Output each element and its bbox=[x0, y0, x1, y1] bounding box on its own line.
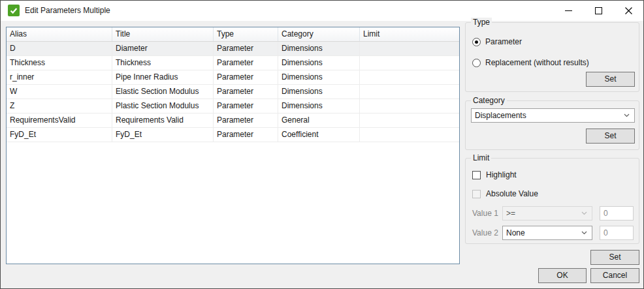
value2-input bbox=[600, 226, 634, 240]
cell-type: Parameter bbox=[214, 56, 278, 70]
value1-operator-value: >= bbox=[503, 209, 581, 218]
window-controls bbox=[553, 1, 643, 21]
cell-type: Parameter bbox=[214, 85, 278, 99]
cell-limit bbox=[360, 99, 459, 113]
maximize-button[interactable] bbox=[583, 1, 613, 21]
category-group-label: Category bbox=[471, 96, 507, 106]
column-header-category[interactable]: Category bbox=[278, 27, 360, 41]
table-row[interactable]: WElastic Section ModulusParameterDimensi… bbox=[7, 85, 459, 99]
absolute-value-checkbox-row: Absolute Value bbox=[472, 189, 538, 198]
radio-replacement-icon bbox=[472, 59, 481, 67]
category-dropdown[interactable]: Displacements bbox=[471, 108, 635, 123]
radio-replacement-label: Replacement (without results) bbox=[485, 58, 589, 67]
cell-type: Parameter bbox=[214, 70, 278, 84]
cell-alias: r_inner bbox=[7, 70, 112, 84]
radio-option-parameter[interactable]: Parameter bbox=[472, 37, 522, 47]
cell-title: FyD_Et bbox=[112, 128, 214, 142]
chevron-down-icon bbox=[581, 231, 587, 235]
absolute-value-label: Absolute Value bbox=[486, 189, 538, 198]
cell-category: Dimensions bbox=[278, 70, 360, 84]
close-button[interactable] bbox=[613, 1, 643, 21]
table-row[interactable]: DDiameterParameterDimensions bbox=[7, 42, 459, 56]
table-body: DDiameterParameterDimensionsThicknessThi… bbox=[7, 42, 459, 142]
table-row[interactable]: r_innerPipe Inner RadiusParameterDimensi… bbox=[7, 70, 459, 85]
type-group-label: Type bbox=[471, 18, 492, 27]
cell-alias: Z bbox=[7, 99, 112, 113]
table-row[interactable]: RequirementsValidRequirements ValidParam… bbox=[7, 114, 459, 128]
radio-parameter-label: Parameter bbox=[485, 37, 522, 46]
cell-title: Requirements Valid bbox=[112, 114, 214, 127]
chevron-down-icon bbox=[581, 211, 587, 215]
type-group: Type Parameter Replacement (without resu… bbox=[465, 22, 639, 92]
highlight-checkbox bbox=[472, 171, 481, 179]
cell-category: General bbox=[278, 114, 360, 127]
value1-label: Value 1 bbox=[472, 206, 498, 221]
highlight-label: Highlight bbox=[486, 170, 517, 179]
absolute-value-checkbox bbox=[472, 190, 481, 198]
type-set-button[interactable]: Set bbox=[586, 72, 635, 87]
app-check-icon bbox=[8, 5, 20, 16]
table-row[interactable]: ThicknessThicknessParameterDimensions bbox=[7, 56, 459, 70]
value1-row: Value 1 >= bbox=[466, 206, 639, 221]
value2-operator-value: None bbox=[503, 228, 581, 237]
maximize-icon bbox=[595, 7, 602, 14]
cell-limit bbox=[360, 128, 459, 142]
cell-limit bbox=[360, 70, 459, 84]
value2-operator-dropdown[interactable]: None bbox=[502, 226, 592, 240]
parameters-table: Alias Title Type Category Limit DDiamete… bbox=[6, 27, 460, 264]
cell-alias: W bbox=[7, 85, 112, 99]
window-title: Edit Parameters Multiple bbox=[25, 1, 110, 20]
close-icon bbox=[625, 7, 632, 14]
cell-alias: FyD_Et bbox=[7, 128, 112, 142]
limit-group: Limit Highlight Absolute Value Value 1 >… bbox=[465, 158, 639, 244]
table-row[interactable]: ZPlastic Section ModulusParameterDimensi… bbox=[7, 99, 459, 114]
cell-type: Parameter bbox=[214, 114, 278, 127]
minimize-button[interactable] bbox=[553, 1, 583, 21]
value2-row: Value 2 None bbox=[466, 226, 639, 240]
category-group: Category Displacements Set bbox=[465, 100, 639, 150]
cell-category: Coefficient bbox=[278, 128, 360, 142]
cell-category: Dimensions bbox=[278, 99, 360, 113]
category-dropdown-value: Displacements bbox=[472, 111, 624, 120]
cell-alias: RequirementsValid bbox=[7, 114, 112, 127]
column-header-type[interactable]: Type bbox=[214, 27, 278, 41]
ok-button[interactable]: OK bbox=[538, 268, 587, 283]
titlebar: Edit Parameters Multiple bbox=[1, 1, 643, 21]
radio-parameter-icon bbox=[472, 38, 481, 46]
cell-type: Parameter bbox=[214, 42, 278, 55]
limit-set-button[interactable]: Set bbox=[590, 250, 639, 265]
highlight-checkbox-row[interactable]: Highlight bbox=[472, 170, 517, 179]
column-header-limit[interactable]: Limit bbox=[360, 27, 459, 41]
table-header: Alias Title Type Category Limit bbox=[7, 27, 459, 42]
cell-limit bbox=[360, 42, 459, 55]
cell-alias: D bbox=[7, 42, 112, 55]
table-row[interactable]: FyD_EtFyD_EtParameterCoefficient bbox=[7, 128, 459, 142]
value1-operator-dropdown: >= bbox=[502, 206, 592, 221]
cell-limit bbox=[360, 114, 459, 127]
column-header-title[interactable]: Title bbox=[112, 27, 214, 41]
cell-category: Dimensions bbox=[278, 56, 360, 70]
cell-title: Diameter bbox=[112, 42, 214, 55]
value2-label: Value 2 bbox=[472, 226, 498, 240]
column-header-alias[interactable]: Alias bbox=[7, 27, 112, 41]
cell-type: Parameter bbox=[214, 99, 278, 113]
cell-limit bbox=[360, 85, 459, 99]
category-set-button[interactable]: Set bbox=[586, 129, 635, 144]
value1-input bbox=[600, 206, 634, 221]
radio-option-replacement[interactable]: Replacement (without results) bbox=[472, 57, 589, 68]
cell-alias: Thickness bbox=[7, 56, 112, 70]
cell-type: Parameter bbox=[214, 128, 278, 142]
cell-title: Plastic Section Modulus bbox=[112, 99, 214, 113]
cell-title: Elastic Section Modulus bbox=[112, 85, 214, 99]
minimize-icon bbox=[565, 10, 572, 11]
cell-category: Dimensions bbox=[278, 42, 360, 55]
cell-title: Thickness bbox=[112, 56, 214, 70]
cancel-button[interactable]: Cancel bbox=[590, 268, 639, 283]
cell-limit bbox=[360, 56, 459, 70]
chevron-down-icon bbox=[624, 114, 630, 117]
dialog-edit-parameters-multiple: Edit Parameters Multiple Alias Title Typ… bbox=[0, 0, 644, 289]
cell-category: Dimensions bbox=[278, 85, 360, 99]
cell-title: Pipe Inner Radius bbox=[112, 70, 214, 84]
limit-group-label: Limit bbox=[471, 153, 491, 163]
